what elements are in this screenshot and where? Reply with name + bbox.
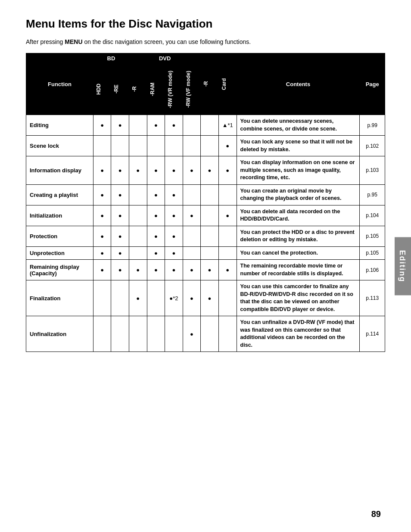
dot-cell: ●	[201, 156, 219, 185]
dot-cell: ●	[129, 156, 147, 185]
dot-cell: ●	[165, 246, 183, 260]
dot-cell: ▲*1	[218, 115, 237, 136]
contents-cell: You can delete all data recorded on the …	[237, 205, 360, 226]
contents-cell: You can use this camcorder to finalize a…	[237, 280, 360, 316]
dot-cell: ●	[147, 226, 165, 246]
contents-cell: You can display information on one scene…	[237, 156, 360, 185]
dot-cell	[183, 184, 201, 205]
function-cell: Remaining display (Capacity)	[26, 260, 93, 280]
dot-cell: ●	[165, 156, 183, 185]
dot-cell	[129, 115, 147, 136]
dot-cell	[111, 316, 129, 352]
contents-cell: You can delete unnecessary scenes, combi…	[237, 115, 360, 136]
table-row: Editing●●●●▲*1You can delete unnecessary…	[26, 115, 385, 136]
intro-text: After pressing MENU on the disc navigati…	[26, 38, 385, 45]
dot-cell: ●	[111, 246, 129, 260]
function-cell: Information display	[26, 156, 93, 185]
dot-cell: ●	[93, 115, 111, 136]
dot-cell: ●	[111, 156, 129, 185]
dot-cell: ●	[129, 280, 147, 316]
page-cell: p.104	[360, 205, 385, 226]
dot-cell: ●	[165, 260, 183, 280]
dot-cell	[129, 226, 147, 246]
dot-cell	[93, 280, 111, 316]
contents-cell: You can protect the HDD or a disc to pre…	[237, 226, 360, 246]
dot-cell	[201, 205, 219, 226]
dot-cell	[93, 316, 111, 352]
page-cell: p.102	[360, 136, 385, 156]
contents-header: Contents	[237, 53, 360, 115]
dot-cell	[183, 246, 201, 260]
dot-cell: ●	[165, 184, 183, 205]
dot-cell: ●	[183, 260, 201, 280]
dot-cell: ●	[201, 260, 219, 280]
dot-cell	[129, 184, 147, 205]
table-row: Protection●●●●You can protect the HDD or…	[26, 226, 385, 246]
dot-cell	[218, 316, 237, 352]
dot-cell	[201, 226, 219, 246]
dot-cell: ●	[201, 280, 219, 316]
page-cell: p.105	[360, 226, 385, 246]
dot-cell	[129, 246, 147, 260]
dot-cell	[129, 316, 147, 352]
navigation-table: Function BD DVD -R Card Contents Page	[26, 53, 385, 352]
dot-cell: ●	[129, 260, 147, 280]
dot-cell	[147, 316, 165, 352]
hdd-header: HDD	[93, 64, 111, 115]
dot-cell: ●*2	[165, 280, 183, 316]
contents-cell: The remaining recordable movie time or n…	[237, 260, 360, 280]
dot-cell: ●	[111, 260, 129, 280]
dot-cell	[201, 184, 219, 205]
re-header: -RE	[111, 64, 129, 115]
dot-cell: ●	[93, 226, 111, 246]
contents-cell: You can unfinalize a DVD-RW (VF mode) th…	[237, 316, 360, 352]
function-cell: Scene lock	[26, 136, 93, 156]
dot-cell: ●	[218, 260, 237, 280]
dot-cell: ●	[218, 136, 237, 156]
dot-cell: ●	[165, 205, 183, 226]
page-cell: p.114	[360, 316, 385, 352]
table-row: Unfinalization●You can unfinalize a DVD-…	[26, 316, 385, 352]
r1-header: -R	[129, 64, 147, 115]
dot-cell: ●	[93, 205, 111, 226]
dot-cell	[165, 136, 183, 156]
dot-cell	[218, 184, 237, 205]
dot-cell	[147, 136, 165, 156]
bd-group-header: BD	[93, 53, 129, 64]
table-row: Initialization●●●●●●You can delete all d…	[26, 205, 385, 226]
table-row: Finalization●●*2●●You can use this camco…	[26, 280, 385, 316]
dot-cell	[111, 136, 129, 156]
page-number: 89	[371, 509, 381, 519]
page-cell: p.95	[360, 184, 385, 205]
dot-cell	[218, 226, 237, 246]
r2-header: -R	[201, 53, 219, 115]
dot-cell	[165, 316, 183, 352]
dot-cell	[201, 246, 219, 260]
dot-cell	[201, 115, 219, 136]
dot-cell: ●	[165, 226, 183, 246]
dot-cell: ●	[218, 205, 237, 226]
dvd-group-header: DVD	[129, 53, 201, 64]
table-row: Unprotection●●●●You can cancel the prote…	[26, 246, 385, 260]
function-cell: Initialization	[26, 205, 93, 226]
table-row: Creating a playlist●●●●You can create an…	[26, 184, 385, 205]
dot-cell	[183, 115, 201, 136]
contents-cell: You can cancel the protection.	[237, 246, 360, 260]
dot-cell: ●	[111, 226, 129, 246]
dot-cell: ●	[183, 205, 201, 226]
function-cell: Creating a playlist	[26, 184, 93, 205]
editing-side-tab: Editing	[395, 237, 411, 295]
dot-cell: ●	[147, 184, 165, 205]
function-header: Function	[26, 53, 93, 115]
dot-cell	[218, 280, 237, 316]
contents-cell: You can lock any scene so that it will n…	[237, 136, 360, 156]
dot-cell: ●	[111, 115, 129, 136]
dot-cell: ●	[111, 184, 129, 205]
page-cell: p.105	[360, 246, 385, 260]
dot-cell: ●	[93, 184, 111, 205]
function-cell: Finalization	[26, 280, 93, 316]
dot-cell	[218, 246, 237, 260]
dot-cell	[111, 280, 129, 316]
page-cell: p.99	[360, 115, 385, 136]
dot-cell	[147, 280, 165, 316]
